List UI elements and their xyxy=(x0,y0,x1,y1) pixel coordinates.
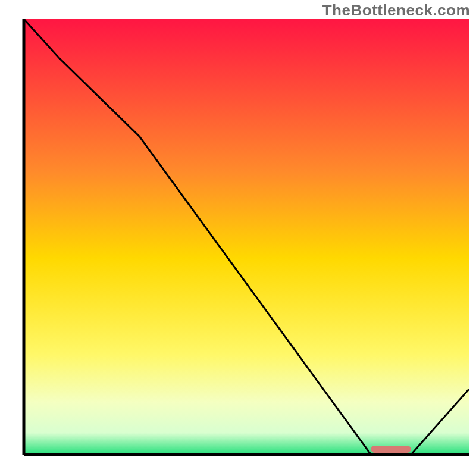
gradient-background xyxy=(24,19,469,455)
optimal-range-bar xyxy=(371,446,411,453)
bottleneck-chart: bottleneck-curve xyxy=(0,0,476,476)
chart-stage: TheBottleneck.com bottleneck-curve xyxy=(0,0,476,476)
watermark-text: TheBottleneck.com xyxy=(322,1,470,20)
